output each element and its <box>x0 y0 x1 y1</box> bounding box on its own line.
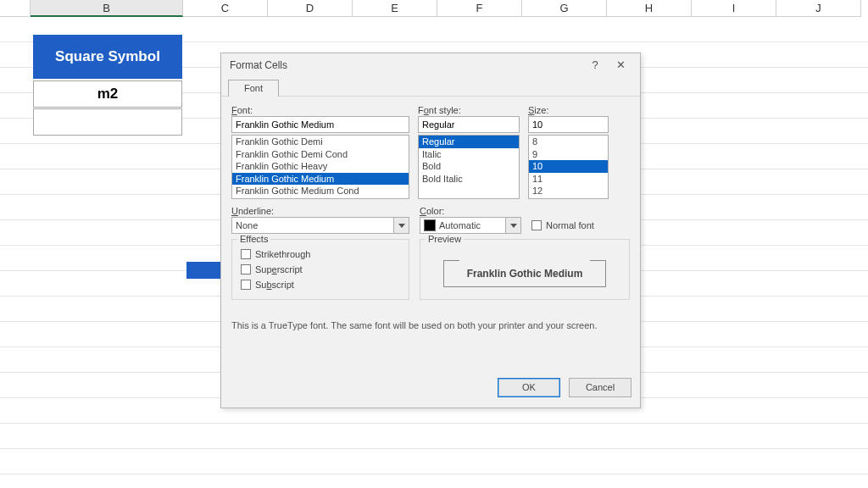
underline-label: Underline: <box>231 206 409 216</box>
color-select[interactable]: Automatic <box>420 217 521 234</box>
font-listbox[interactable]: Franklin Gothic Demi Franklin Gothic Dem… <box>231 135 409 199</box>
cancel-button[interactable]: Cancel <box>569 378 632 397</box>
checkbox-icon <box>531 220 542 230</box>
dialog-body: Font: Franklin Gothic Demi Franklin Goth… <box>221 97 640 371</box>
checkbox-icon <box>241 264 251 274</box>
effects-group: Effects Strikethrough Superscript Subscr… <box>231 239 409 300</box>
ok-button[interactable]: OK <box>498 378 560 397</box>
normal-font-checkbox[interactable]: Normal font <box>531 218 594 233</box>
color-label: Color: <box>420 206 521 216</box>
col-header-i[interactable]: I <box>692 0 776 17</box>
font-style-label: Font style: <box>418 105 520 115</box>
font-option[interactable]: Franklin Gothic Medium <box>232 173 409 186</box>
font-option[interactable]: Franklin Gothic Medium Cond <box>232 185 409 197</box>
font-option[interactable]: Franklin Gothic Demi Cond <box>232 148 409 161</box>
color-value: Automatic <box>439 220 481 230</box>
col-header-h[interactable]: H <box>607 0 692 17</box>
strikethrough-checkbox[interactable]: Strikethrough <box>241 247 400 262</box>
close-icon[interactable]: ✕ <box>608 58 633 71</box>
underline-value: None <box>236 220 258 230</box>
font-input[interactable] <box>231 116 409 133</box>
subscript-label: Subscript <box>255 280 294 290</box>
font-style-listbox[interactable]: Regular Italic Bold Bold Italic <box>418 135 520 199</box>
superscript-label: Superscript <box>255 264 303 274</box>
font-option[interactable]: FrankRuehl <box>232 197 409 200</box>
dialog-tabs: Font <box>221 80 640 97</box>
subscript-checkbox[interactable]: Subscript <box>241 277 400 292</box>
cell-b4[interactable]: m2 <box>33 80 182 108</box>
font-option[interactable]: Franklin Gothic Heavy <box>232 160 409 173</box>
font-description: This is a TrueType font. The same font w… <box>231 320 630 330</box>
size-listbox[interactable]: 8 9 10 11 12 14 <box>528 135 609 199</box>
normal-font-label: Normal font <box>546 220 594 230</box>
cell-b5[interactable] <box>33 108 182 136</box>
preview-group: Preview Franklin Gothic Medium <box>420 239 630 300</box>
size-option[interactable]: 12 <box>529 185 608 197</box>
style-option[interactable]: Italic <box>419 148 519 161</box>
size-input[interactable] <box>528 116 609 133</box>
tab-font[interactable]: Font <box>228 80 279 97</box>
font-style-input[interactable] <box>418 116 520 133</box>
size-option[interactable]: 11 <box>529 173 608 186</box>
strikethrough-label: Strikethrough <box>255 249 310 259</box>
col-header-e[interactable]: E <box>353 0 437 17</box>
font-option[interactable]: Franklin Gothic Demi <box>232 136 409 148</box>
size-option[interactable]: 10 <box>529 160 608 173</box>
checkbox-icon <box>241 249 251 259</box>
preview-text: Franklin Gothic Medium <box>467 268 583 280</box>
corner-cell <box>0 0 31 17</box>
underline-select[interactable]: None <box>231 217 409 234</box>
dialog-titlebar[interactable]: Format Cells ? ✕ <box>221 53 640 80</box>
size-label: Size: <box>528 105 609 115</box>
effects-legend: Effects <box>237 234 270 244</box>
preview-legend: Preview <box>426 234 464 244</box>
col-header-b[interactable]: B <box>31 0 183 17</box>
font-label: Font: <box>231 105 409 115</box>
chevron-down-icon <box>505 218 520 233</box>
dialog-title-text: Format Cells <box>230 59 582 71</box>
col-header-g[interactable]: G <box>522 0 607 17</box>
preview-box: Franklin Gothic Medium <box>443 260 606 287</box>
help-icon[interactable]: ? <box>582 58 608 71</box>
style-option[interactable]: Bold <box>419 160 519 173</box>
chevron-down-icon <box>393 218 409 233</box>
color-swatch-icon <box>424 219 436 231</box>
dialog-footer: OK Cancel <box>221 371 640 408</box>
col-header-c[interactable]: C <box>183 0 268 17</box>
col-header-f[interactable]: F <box>437 0 522 17</box>
cell-b2-header[interactable]: Square Symbol <box>33 35 182 79</box>
style-option[interactable]: Bold Italic <box>419 173 519 186</box>
size-option[interactable]: 14 <box>529 197 608 200</box>
format-cells-dialog: Format Cells ? ✕ Font Font: Franklin Got… <box>220 53 641 408</box>
size-option[interactable]: 8 <box>529 136 608 148</box>
checkbox-icon <box>241 280 251 290</box>
column-headers: B C D E F G H I J <box>0 0 868 17</box>
style-option[interactable]: Regular <box>419 136 519 148</box>
superscript-checkbox[interactable]: Superscript <box>241 262 400 277</box>
col-header-j[interactable]: J <box>776 0 861 17</box>
size-option[interactable]: 9 <box>529 148 608 161</box>
col-header-d[interactable]: D <box>268 0 353 17</box>
